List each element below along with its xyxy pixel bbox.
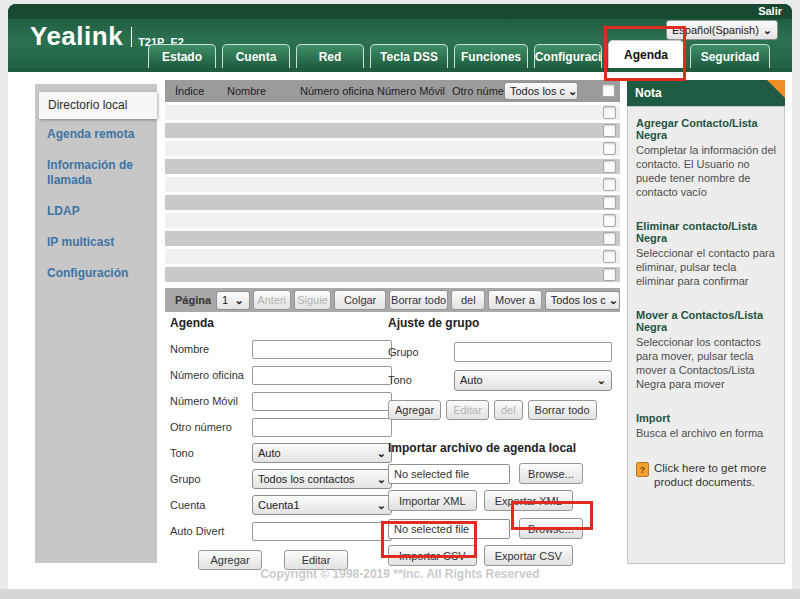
row-checkbox[interactable] [603, 106, 616, 119]
sidebar-item-ip-multicast[interactable]: IP multicast [35, 227, 157, 258]
note-panel: Nota Agregar Contacto/Lista Negra Comple… [627, 80, 785, 564]
group-ring-label: Tono [388, 374, 454, 386]
export-csv-button[interactable]: Exportar CSV [484, 545, 573, 566]
group-delete-all-button[interactable]: Borrar todo [528, 400, 597, 420]
cuenta-select[interactable]: Cuenta1 ⌄ [252, 495, 392, 515]
group-delete-button[interactable]: del [494, 400, 523, 420]
otro-numero-input[interactable] [252, 418, 392, 437]
page: Salir Yealink T21P_E2 Español(Spanish) ⌄… [0, 0, 800, 599]
row-checkbox[interactable] [603, 268, 616, 281]
language-select[interactable]: Español(Spanish) ⌄ [666, 20, 778, 40]
row-checkbox[interactable] [603, 160, 616, 173]
brand-name: Yealink [30, 23, 123, 49]
page-select[interactable]: 1 ⌄ [216, 291, 250, 310]
row-checkbox[interactable] [603, 250, 616, 263]
form-row: Número Móvil [170, 388, 396, 414]
product-docs-link-text: Click here to get more product documents… [654, 461, 776, 489]
note-section: Eliminar contacto/Lista Negra Selecciona… [636, 220, 776, 288]
row-checkbox[interactable] [603, 214, 616, 227]
numero-oficina-input[interactable] [252, 366, 392, 385]
form-row: Grupo [388, 338, 622, 366]
sidebar-item-informacion-de-llamada[interactable]: Información de llamada [35, 150, 157, 196]
select-all-checkbox[interactable] [602, 84, 615, 97]
move-target-select[interactable]: Todos los c ⌄ [545, 291, 620, 310]
prev-page-button[interactable]: Anteri [253, 290, 291, 310]
import-csv-button[interactable]: Importar CSV [388, 545, 477, 566]
chevron-down-icon: ⌄ [609, 294, 618, 307]
hangup-button[interactable]: Colgar [334, 290, 386, 310]
cuenta-select-value: Cuenta1 [258, 499, 300, 511]
numero-movil-input[interactable] [252, 392, 392, 411]
column-numero-movil: Número Móvil [377, 85, 445, 97]
tab-estado[interactable]: Estado [148, 44, 216, 68]
group-form: Ajuste de grupo Grupo Tono Auto ⌄ Agrega… [388, 316, 622, 420]
sidebar-item-agenda-remota[interactable]: Agenda remota [35, 119, 157, 150]
tab-configuracion[interactable]: Configuraci [534, 44, 602, 68]
nav-tabs: Estado Cuenta Red Tecla DSS Funciones Co… [148, 40, 770, 68]
sidebar: Directorio local Agenda remota Informaci… [35, 84, 157, 563]
export-xml-button[interactable]: Exportar XML [484, 490, 573, 511]
nombre-input[interactable] [252, 340, 392, 359]
row-checkbox[interactable] [603, 124, 616, 137]
chevron-down-icon: ⌄ [377, 473, 386, 486]
group-ring-select[interactable]: Auto ⌄ [454, 370, 612, 391]
sidebar-item-configuracion[interactable]: Configuración [35, 258, 157, 289]
group-add-button[interactable]: Agregar [388, 400, 441, 420]
tab-tecla-dss[interactable]: Tecla DSS [370, 44, 448, 68]
sidebar-item-ldap[interactable]: LDAP [35, 196, 157, 227]
note-section-body: Seleccionar el contacto para eliminar, p… [636, 246, 776, 288]
product-docs-link[interactable]: ? Click here to get more product documen… [636, 461, 776, 489]
xml-browse-button[interactable]: Browse... [519, 463, 583, 484]
delete-button[interactable]: del [451, 290, 485, 310]
form-row: Nombre [170, 336, 396, 362]
form-row: Cuenta Cuenta1 ⌄ [170, 492, 396, 518]
group-edit-button[interactable]: Editar [446, 400, 489, 420]
chevron-down-icon: ⌄ [597, 374, 606, 387]
language-select-value: Español(Spanish) [672, 24, 759, 36]
tab-red[interactable]: Red [296, 44, 364, 68]
csv-browse-button[interactable]: Browse... [519, 518, 583, 539]
cuenta-label: Cuenta [170, 499, 252, 511]
logout-link[interactable]: Salir [758, 5, 782, 17]
column-indice: Índice [175, 85, 204, 97]
grupo-select-value: Todos los contactos [258, 473, 355, 485]
group-form-buttons: Agregar Editar del Borrar todo [388, 400, 622, 420]
table-row [165, 231, 620, 246]
table-row [165, 195, 620, 210]
move-to-button[interactable]: Mover a [488, 290, 542, 310]
auto-divert-input[interactable] [252, 522, 392, 541]
copyright-text: Copyright © 1998-2019 **Inc. All Rights … [8, 567, 792, 581]
logo-divider [131, 27, 132, 47]
xml-buttons-row: Importar XML Exportar XML [388, 490, 624, 511]
pagination-bar: Página 1 ⌄ Anteri Siguie Colgar Borrar t… [165, 288, 620, 312]
row-checkbox[interactable] [603, 178, 616, 191]
note-section-heading: Import [636, 412, 776, 424]
note-section-body: Completar la información del contacto. E… [636, 143, 776, 199]
group-name-input[interactable] [454, 342, 612, 362]
sidebar-item-directorio-local[interactable]: Directorio local [39, 92, 157, 119]
delete-all-button[interactable]: Borrar todo [389, 290, 448, 310]
tono-select[interactable]: Auto ⌄ [252, 443, 392, 463]
header-top-strip: Salir [8, 4, 792, 19]
nombre-label: Nombre [170, 343, 252, 355]
row-checkbox[interactable] [603, 142, 616, 155]
page-label: Página [175, 294, 211, 306]
note-section-heading: Mover a Contactos/Lista Negra [636, 309, 776, 333]
import-xml-button[interactable]: Importar XML [388, 490, 477, 511]
row-checkbox[interactable] [603, 196, 616, 209]
tono-select-value: Auto [258, 447, 281, 459]
xml-file-row: No selected file Browse... [388, 463, 624, 484]
grupo-select[interactable]: Todos los contactos ⌄ [252, 469, 392, 489]
chevron-down-icon: ⌄ [568, 85, 577, 98]
row-checkbox[interactable] [603, 232, 616, 245]
tab-agenda[interactable]: Agenda [608, 40, 684, 68]
tab-seguridad[interactable]: Seguridad [690, 44, 770, 68]
group-filter-select[interactable]: Todos los c ⌄ [504, 82, 578, 100]
tab-cuenta[interactable]: Cuenta [222, 44, 290, 68]
import-section-title: Importar archivo de agenda local [388, 441, 624, 455]
xml-file-input[interactable]: No selected file [388, 464, 510, 484]
next-page-button[interactable]: Siguie [294, 290, 332, 310]
csv-file-input[interactable]: No selected file [388, 519, 510, 539]
contact-table-header: Índice Nombre Número oficina Número Móvi… [165, 80, 620, 102]
tab-funciones[interactable]: Funciones [454, 44, 528, 68]
